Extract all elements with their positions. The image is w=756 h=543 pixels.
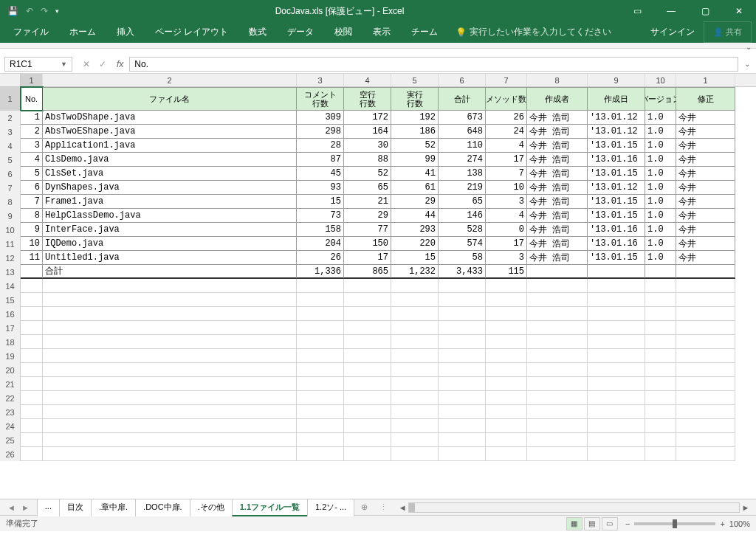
cell[interactable]: [43, 307, 297, 321]
cell[interactable]: 52: [391, 139, 439, 153]
cell[interactable]: [21, 447, 43, 461]
row-header[interactable]: 13: [0, 265, 21, 279]
tab-home[interactable]: ホーム: [59, 21, 106, 43]
cell[interactable]: 3: [486, 195, 527, 209]
sheet-tab[interactable]: .章中扉.: [91, 499, 136, 516]
cell[interactable]: [527, 307, 588, 321]
cell[interactable]: [344, 391, 391, 405]
cell[interactable]: [391, 293, 439, 307]
cell[interactable]: [486, 391, 527, 405]
sheet-nav-prev-icon[interactable]: ◄: [7, 503, 16, 512]
cell-filename[interactable]: InterFace.java: [43, 223, 297, 237]
scroll-left-icon[interactable]: ◄: [396, 503, 408, 512]
cell-no[interactable]: 11: [21, 251, 43, 265]
col-header[interactable]: 1: [676, 74, 735, 86]
cell[interactable]: 17: [486, 237, 527, 251]
cell[interactable]: [645, 363, 676, 377]
cell[interactable]: 1.0: [645, 167, 676, 181]
cell[interactable]: [676, 363, 735, 377]
zoom-out-button[interactable]: −: [625, 519, 630, 528]
cell[interactable]: [588, 433, 645, 447]
cell[interactable]: [676, 349, 735, 363]
cell[interactable]: '13.01.15: [588, 139, 645, 153]
cell[interactable]: [43, 433, 297, 447]
cell[interactable]: 1.0: [645, 251, 676, 265]
cell[interactable]: [439, 391, 486, 405]
cell[interactable]: [486, 377, 527, 391]
cell[interactable]: 164: [344, 125, 391, 139]
select-all-corner[interactable]: [0, 74, 21, 86]
cell[interactable]: 65: [439, 195, 486, 209]
cell[interactable]: 220: [391, 237, 439, 251]
cell-no[interactable]: 4: [21, 153, 43, 167]
cell[interactable]: 17: [486, 153, 527, 167]
cell-filename[interactable]: Frame1.java: [43, 195, 297, 209]
cell[interactable]: 274: [439, 153, 486, 167]
cell-no[interactable]: 1: [21, 111, 43, 125]
cell[interactable]: [21, 279, 43, 293]
cell[interactable]: [391, 447, 439, 461]
cell[interactable]: 110: [439, 139, 486, 153]
cell[interactable]: 24: [486, 125, 527, 139]
cell[interactable]: [439, 447, 486, 461]
cell[interactable]: 21: [344, 195, 391, 209]
cell[interactable]: 528: [439, 223, 486, 237]
row-header[interactable]: 7: [0, 181, 21, 195]
cell[interactable]: [391, 377, 439, 391]
cell[interactable]: [21, 335, 43, 349]
cell[interactable]: [297, 433, 344, 447]
cell[interactable]: [676, 265, 735, 279]
cell[interactable]: 3,433: [439, 265, 486, 279]
cell[interactable]: [588, 349, 645, 363]
cell[interactable]: [588, 391, 645, 405]
cell[interactable]: [391, 349, 439, 363]
cell[interactable]: [439, 335, 486, 349]
cell-filename[interactable]: ClsSet.java: [43, 167, 297, 181]
cell[interactable]: 77: [344, 223, 391, 237]
cell[interactable]: [21, 433, 43, 447]
undo-icon[interactable]: ↶: [26, 6, 33, 16]
cell[interactable]: [486, 335, 527, 349]
cell[interactable]: 1.0: [645, 237, 676, 251]
cell[interactable]: 138: [439, 167, 486, 181]
cell[interactable]: [676, 433, 735, 447]
cell[interactable]: 15: [391, 251, 439, 265]
cell[interactable]: [527, 363, 588, 377]
cell[interactable]: 73: [297, 209, 344, 223]
cell[interactable]: 4: [486, 209, 527, 223]
cell[interactable]: '13.01.15: [588, 195, 645, 209]
cell[interactable]: [344, 447, 391, 461]
cell[interactable]: [676, 377, 735, 391]
col-header[interactable]: 1: [21, 74, 43, 86]
row-header[interactable]: 24: [0, 419, 21, 433]
share-button[interactable]: 👤 共有: [704, 21, 752, 43]
cell[interactable]: [527, 419, 588, 433]
cell[interactable]: [391, 279, 439, 293]
sheet-tab[interactable]: 1.2ソ- ...: [307, 499, 354, 516]
col-header[interactable]: 6: [439, 74, 486, 86]
tab-data[interactable]: データ: [277, 21, 324, 43]
cell[interactable]: [21, 377, 43, 391]
cell[interactable]: 今井 浩司: [527, 209, 588, 223]
cell[interactable]: [588, 321, 645, 335]
cell-no[interactable]: 5: [21, 167, 43, 181]
cell[interactable]: 58: [439, 251, 486, 265]
tab-formulas[interactable]: 数式: [238, 21, 277, 43]
cell[interactable]: [527, 433, 588, 447]
cell-no[interactable]: 6: [21, 181, 43, 195]
cell[interactable]: 146: [439, 209, 486, 223]
col-header[interactable]: 9: [588, 74, 645, 86]
cell[interactable]: 88: [344, 153, 391, 167]
row-header[interactable]: 10: [0, 223, 21, 237]
cell[interactable]: 今井: [676, 125, 735, 139]
column-header-cell[interactable]: 空行行数: [344, 87, 391, 111]
col-header[interactable]: 10: [645, 74, 676, 86]
cell[interactable]: 99: [391, 153, 439, 167]
column-header-cell[interactable]: 作成者: [527, 87, 588, 111]
cell[interactable]: 1,336: [297, 265, 344, 279]
cell[interactable]: 293: [391, 223, 439, 237]
cell[interactable]: [439, 321, 486, 335]
cell[interactable]: 26: [297, 251, 344, 265]
ribbon-expand-icon[interactable]: ⌄: [746, 43, 752, 51]
cell[interactable]: [645, 307, 676, 321]
